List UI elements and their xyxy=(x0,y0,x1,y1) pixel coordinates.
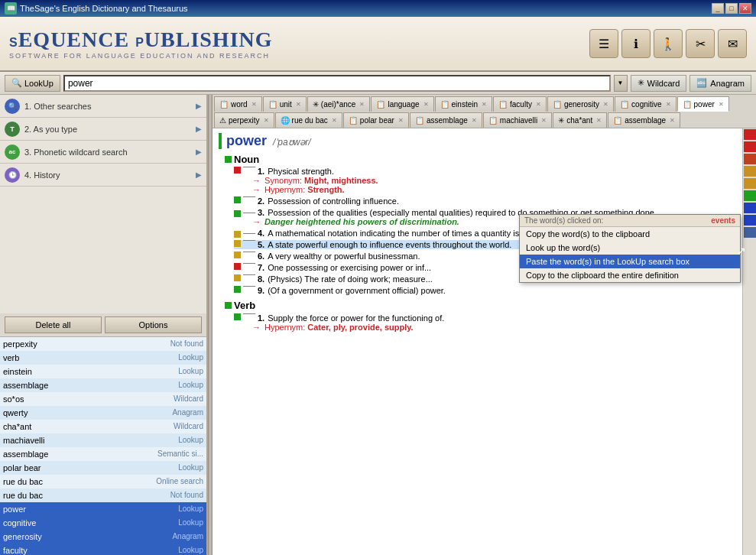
tab-machiavelli[interactable]: 📋machiavelli✕ xyxy=(483,112,552,128)
tab-close-icon[interactable]: ✕ xyxy=(423,101,429,108)
delete-all-button[interactable]: Delete all xyxy=(5,316,102,333)
color-block-4[interactable] xyxy=(744,178,756,189)
person-icon-button[interactable]: 🚶 xyxy=(654,29,683,58)
history-row[interactable]: perpexityNot found xyxy=(0,337,206,351)
color-block-3[interactable] xyxy=(744,166,756,177)
tab-assemblage[interactable]: 📋assemblage✕ xyxy=(410,112,482,128)
tab-close-icon[interactable]: ✕ xyxy=(719,101,724,108)
def-9: 9. (Of a government or government offici… xyxy=(234,286,736,295)
history-row[interactable]: cognitiveLookup xyxy=(0,516,206,530)
tab-close-icon[interactable]: ✕ xyxy=(666,101,671,108)
tab-close-icon[interactable]: ✕ xyxy=(596,117,602,124)
section-phonetic[interactable]: ac 3. Phonetic wildcard search ▶ xyxy=(0,141,206,164)
context-item-lookup[interactable]: Look up the word(s) xyxy=(520,241,740,255)
anagram-label: Anagram xyxy=(710,79,745,88)
as-you-type-icon: T xyxy=(5,122,20,137)
tab-power[interactable]: 📋power✕ xyxy=(677,96,729,112)
def-3-dash xyxy=(243,213,255,213)
scissors-icon-button[interactable]: ✂ xyxy=(686,29,715,58)
history-row[interactable]: powerLookup xyxy=(0,502,206,516)
minimize-button[interactable]: _ xyxy=(712,3,724,14)
color-block-8[interactable] xyxy=(744,227,756,238)
color-block-0[interactable] xyxy=(744,129,756,140)
history-word: power xyxy=(3,505,175,514)
tab-close-icon[interactable]: ✕ xyxy=(482,101,487,108)
tab-chaant[interactable]: ✳cha*ant✕ xyxy=(553,112,607,128)
tab-cognitive[interactable]: 📋cognitive✕ xyxy=(615,96,676,112)
history-type: Not found xyxy=(170,491,203,499)
lookup-button[interactable]: 🔍 LookUp xyxy=(5,75,60,92)
history-row[interactable]: so*osWildcard xyxy=(0,392,206,406)
tab-einstein[interactable]: 📋einstein✕ xyxy=(435,96,492,112)
history-word: assemblage xyxy=(3,381,175,390)
history-list[interactable]: perpexityNot foundverbLookupeinsteinLook… xyxy=(0,337,206,556)
maximize-button[interactable]: □ xyxy=(725,3,738,14)
history-row[interactable]: rue du bacNot found xyxy=(0,488,206,502)
wildcard-button[interactable]: ✳ Wildcard xyxy=(631,75,687,92)
history-row[interactable]: assemblageSemantic si... xyxy=(0,447,206,461)
tab-close-icon[interactable]: ✕ xyxy=(264,117,269,124)
tab-close-icon[interactable]: ✕ xyxy=(536,101,541,108)
history-row[interactable]: machiavelliLookup xyxy=(0,433,206,447)
envelope-icon-button[interactable]: ✉ xyxy=(718,29,747,58)
tab-generosity[interactable]: 📋generosity✕ xyxy=(547,96,614,112)
tab-close-icon[interactable]: ✕ xyxy=(296,101,301,108)
history-row[interactable]: assemblageLookup xyxy=(0,378,206,392)
color-block-2[interactable] xyxy=(744,154,756,164)
history-row[interactable]: qwertyAnagram xyxy=(0,406,206,420)
color-block-1[interactable] xyxy=(744,141,756,152)
left-panel: 🔍 1. Other searches ▶ T 2. As you type ▶… xyxy=(0,95,208,555)
close-button[interactable]: ✕ xyxy=(739,3,751,14)
tab-polarbear[interactable]: 📋polar bear✕ xyxy=(343,112,409,128)
anagram-button[interactable]: 🔤 Anagram xyxy=(689,75,751,92)
tab-close-icon[interactable]: ✕ xyxy=(472,117,477,124)
tab-close-icon[interactable]: ✕ xyxy=(541,117,547,124)
definition-container[interactable]: power /ˈpaʊwər/ Noun 1. Physical strengt… xyxy=(213,128,742,555)
tab-ruedubac[interactable]: 🌐rue du bac✕ xyxy=(275,112,342,128)
tab-faculty[interactable]: 📋faculty✕ xyxy=(493,96,547,112)
history-row[interactable]: cha*antWildcard xyxy=(0,420,206,433)
tab-close-icon[interactable]: ✕ xyxy=(332,117,337,124)
search-input[interactable] xyxy=(63,75,611,92)
tab-close-icon[interactable]: ✕ xyxy=(398,117,404,124)
tab-assemblage[interactable]: 📋assemblage✕ xyxy=(608,112,680,128)
context-item-paste-lookup[interactable]: Paste the word(s) in the LookUp search b… xyxy=(520,255,740,268)
context-item-copy-word[interactable]: Copy the word(s) to the clipboard xyxy=(520,227,740,241)
tab-word[interactable]: 📋word✕ xyxy=(214,96,262,112)
right-panel: 📋word✕📋unit✕✳(aei)*ance✕📋language✕📋einst… xyxy=(213,95,756,555)
options-button[interactable]: Options xyxy=(105,316,202,333)
def-1-dash xyxy=(243,167,255,167)
search-dropdown-button[interactable]: ▼ xyxy=(614,75,628,92)
def-3-num: 3. xyxy=(258,208,264,217)
color-block-6[interactable] xyxy=(744,203,756,213)
color-block-5[interactable] xyxy=(744,190,756,201)
color-block-7[interactable] xyxy=(744,215,756,226)
tab-unit[interactable]: 📋unit✕ xyxy=(263,96,307,112)
tab-close-icon[interactable]: ✕ xyxy=(670,117,675,124)
tab-close-icon[interactable]: ✕ xyxy=(603,101,608,108)
tab-label: assemblage xyxy=(625,116,666,125)
history-row[interactable]: polar bearLookup xyxy=(0,461,206,475)
def-8-text: (Physics) The rate of doing work; measur… xyxy=(268,274,433,284)
tab-close-icon[interactable]: ✕ xyxy=(359,101,365,108)
tab-close-icon[interactable]: ✕ xyxy=(251,101,257,108)
section-history[interactable]: 🕒 4. History ▶ xyxy=(0,164,206,187)
tab-aeiance[interactable]: ✳(aei)*ance✕ xyxy=(307,96,371,112)
history-row[interactable]: rue du bacOnline search xyxy=(0,475,206,488)
section-as-you-type[interactable]: T 2. As you type ▶ xyxy=(0,118,206,141)
tab-language[interactable]: 📋language✕ xyxy=(371,96,433,112)
history-type: Wildcard xyxy=(174,394,203,403)
info-icon-button[interactable]: ℹ xyxy=(621,29,651,58)
history-type: Anagram xyxy=(172,532,203,540)
history-row[interactable]: facultyLookup xyxy=(0,544,206,556)
history-row[interactable]: einsteinLookup xyxy=(0,365,206,378)
history-row[interactable]: verbLookup xyxy=(0,351,206,365)
window-controls[interactable]: _ □ ✕ xyxy=(712,3,751,14)
context-item-copy-def[interactable]: Copy to the clipboard the entire definit… xyxy=(520,268,740,282)
branding-icons[interactable]: ☰ ℹ 🚶 ✂ ✉ xyxy=(589,29,747,58)
tab-icon: 🌐 xyxy=(281,116,290,125)
menu-icon-button[interactable]: ☰ xyxy=(589,29,618,58)
section-other-searches[interactable]: 🔍 1. Other searches ▶ xyxy=(0,95,206,118)
history-row[interactable]: generosityAnagram xyxy=(0,530,206,544)
tab-perpexity[interactable]: ⚠perpexity✕ xyxy=(214,112,274,128)
